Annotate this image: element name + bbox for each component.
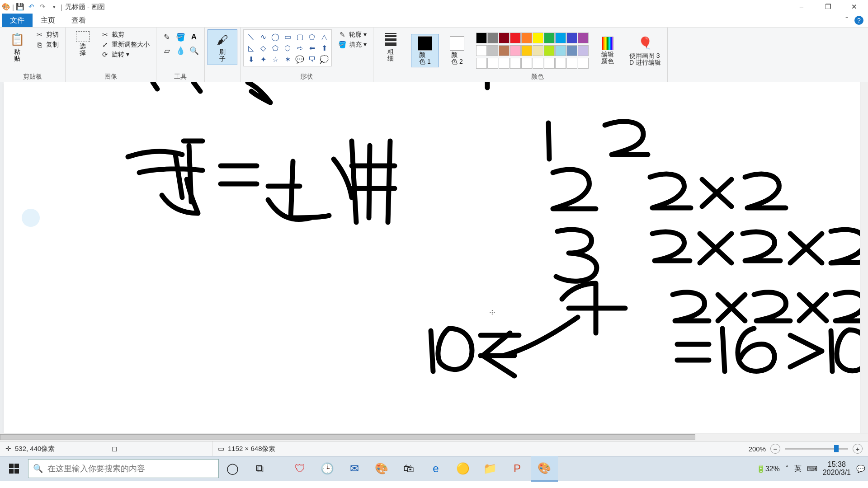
redo-icon[interactable]: ↷ [38, 2, 48, 12]
fill-button[interactable]: 🪣填充 ▾ [336, 40, 368, 49]
clock[interactable]: 15:38 2020/3/1 [823, 460, 851, 476]
app-powerpoint-icon[interactable]: P [504, 456, 531, 481]
app-shield-icon[interactable]: 🛡 [287, 456, 314, 481]
shape-curve-icon[interactable]: ∿ [258, 32, 269, 42]
shape-roundrect-icon[interactable]: ▢ [294, 32, 305, 42]
tray-chevron-icon[interactable]: ˄ [785, 465, 789, 473]
paste-button[interactable]: 📋 粘 贴 [3, 29, 32, 64]
palette-empty[interactable] [544, 58, 555, 69]
palette-empty[interactable] [521, 58, 532, 69]
shape-line-icon[interactable]: ＼ [245, 32, 256, 42]
tab-view[interactable]: 查看 [63, 14, 94, 27]
magnifier-tool[interactable]: 🔍 [188, 45, 200, 56]
shape-rect-icon[interactable]: ▭ [282, 32, 293, 42]
shape-darrow-icon[interactable]: ⬇ [245, 54, 256, 64]
palette-color[interactable] [533, 45, 543, 56]
shape-pentagon-icon[interactable]: ⬠ [270, 43, 281, 53]
ime-keyboard-icon[interactable]: ⌨ [807, 465, 817, 473]
palette-empty[interactable] [566, 58, 577, 69]
collapse-ribbon-icon[interactable]: ˆ [845, 16, 848, 25]
copy-button[interactable]: ⎘复制 [33, 40, 61, 49]
maximize-button[interactable]: ❐ [815, 0, 841, 14]
palette-color[interactable] [487, 33, 498, 43]
resize-button[interactable]: ⤢重新调整大小 [99, 40, 151, 49]
qat-dropdown-icon[interactable]: ▾ [49, 2, 59, 12]
shape-polygon-icon[interactable]: ⬠ [307, 32, 317, 42]
save-icon[interactable]: 💾 [15, 2, 25, 12]
palette-color[interactable] [578, 33, 589, 43]
palette-empty[interactable] [487, 58, 498, 69]
palette-color[interactable] [566, 45, 577, 56]
text-tool[interactable]: A [188, 31, 200, 43]
tab-file[interactable]: 文件 [2, 14, 33, 27]
tab-home[interactable]: 主页 [33, 14, 63, 27]
pencil-tool[interactable]: ✎ [161, 31, 173, 43]
shape-callout2-icon[interactable]: 🗨 [307, 54, 317, 64]
color2-button[interactable]: 颜 色 2 [443, 34, 472, 67]
battery-icon[interactable]: 🔋32% [756, 465, 780, 473]
picker-tool[interactable]: 💧 [175, 45, 186, 56]
paint3d-button[interactable]: 🎈 使用画图 3 D 进行编辑 [626, 33, 665, 68]
shape-oval-icon[interactable]: ◯ [270, 32, 281, 42]
zoom-in-button[interactable]: + [853, 444, 863, 454]
palette-color[interactable] [510, 45, 521, 56]
shape-hexagon-icon[interactable]: ⬡ [282, 43, 293, 53]
app-browser-icon[interactable]: 🟡 [449, 456, 476, 481]
palette-color[interactable] [544, 33, 555, 43]
palette-color[interactable] [566, 33, 577, 43]
search-box[interactable]: 🔍在这里输入你要搜索的内容 [28, 459, 219, 478]
size-button[interactable]: 粗 细 [376, 29, 405, 64]
app-palette-icon[interactable]: 🎨 [368, 456, 395, 481]
palette-empty[interactable] [510, 58, 521, 69]
rotate-button[interactable]: ⟳旋转 ▾ [99, 50, 151, 59]
select-button[interactable]: 选 择 [68, 29, 97, 59]
vertical-scrollbar[interactable] [860, 82, 868, 433]
app-clock-icon[interactable]: 🕒 [314, 456, 341, 481]
palette-color[interactable] [510, 33, 521, 43]
shape-rarrow-icon[interactable]: ➪ [294, 43, 305, 53]
zoom-slider-handle[interactable] [834, 445, 839, 452]
palette-empty[interactable] [499, 58, 509, 69]
cortana-icon[interactable]: ◯ [219, 456, 246, 481]
app-store-icon[interactable]: 🛍 [395, 456, 422, 481]
palette-color[interactable] [487, 45, 498, 56]
start-button[interactable] [0, 456, 28, 481]
palette-color[interactable] [521, 45, 532, 56]
app-explorer-icon[interactable]: 📁 [476, 456, 504, 481]
shape-uarrow-icon[interactable]: ⬆ [319, 43, 330, 53]
app-paint-icon[interactable]: 🎨 [531, 456, 558, 482]
palette-color[interactable] [499, 33, 509, 43]
crop-button[interactable]: ✂裁剪 [99, 30, 151, 39]
ime-language[interactable]: 英 [794, 464, 802, 474]
palette-empty[interactable] [476, 58, 487, 69]
palette-color[interactable] [521, 33, 532, 43]
palette-color[interactable] [544, 45, 555, 56]
fill-tool[interactable]: 🪣 [175, 31, 186, 43]
color1-button[interactable]: 颜 色 1 [411, 34, 439, 68]
palette-color[interactable] [476, 45, 487, 56]
scroll-thumb[interactable] [0, 434, 695, 440]
canvas[interactable]: ⸭ [4, 82, 863, 435]
palette-color[interactable] [476, 33, 487, 43]
brush-button[interactable]: 🖌 刷 子 [208, 29, 237, 65]
palette-color[interactable] [578, 45, 589, 56]
shape-callout3-icon[interactable]: 💭 [319, 54, 330, 64]
shape-diamond-icon[interactable]: ◇ [258, 43, 269, 53]
outline-button[interactable]: ✎轮廓 ▾ [336, 30, 368, 39]
palette-color[interactable] [499, 45, 509, 56]
shape-larrow-icon[interactable]: ⬅ [307, 43, 317, 53]
zoom-out-button[interactable]: − [770, 444, 780, 454]
shape-triangle-icon[interactable]: △ [319, 32, 330, 42]
close-button[interactable]: ✕ [841, 0, 867, 14]
horizontal-scrollbar[interactable] [0, 433, 868, 441]
notifications-icon[interactable]: 💬 [856, 465, 865, 473]
shape-rtriangle-icon[interactable]: ◺ [245, 43, 256, 53]
palette-color[interactable] [533, 33, 543, 43]
edit-colors-button[interactable]: 编辑 颜色 [593, 35, 622, 67]
minimize-button[interactable]: – [788, 0, 815, 14]
cut-button[interactable]: ✂剪切 [33, 30, 61, 39]
shapes-gallery[interactable]: ＼ ∿ ◯ ▭ ▢ ⬠ △ ◺ ◇ ⬠ ⬡ ➪ ⬅ ⬆ ⬇ ✦ ☆ ✶ 💬 🗨 [243, 29, 332, 66]
shape-6star-icon[interactable]: ✶ [282, 54, 293, 64]
taskview-icon[interactable]: ⧉ [246, 456, 273, 481]
app-edge-icon[interactable]: e [422, 456, 449, 481]
